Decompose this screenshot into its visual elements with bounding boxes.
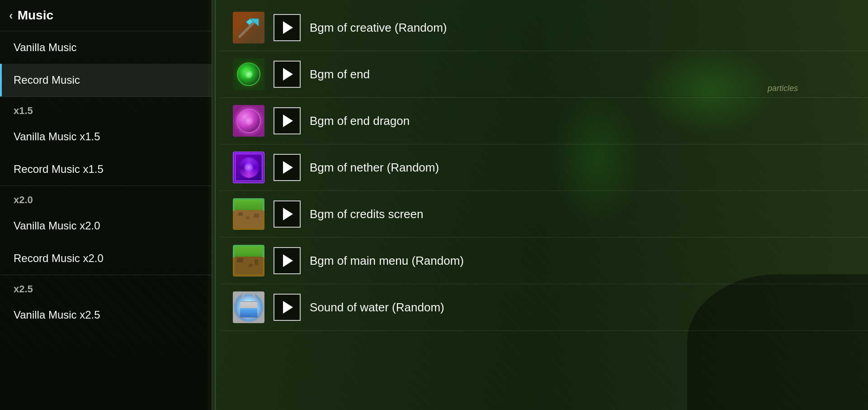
item-label: Bgm of end xyxy=(310,67,370,81)
sidebar-item-record-music-x15[interactable]: Record Music x1.5 xyxy=(0,153,212,186)
list-item[interactable]: Bgm of creative (Random) xyxy=(219,5,868,51)
sidebar-item-label: Vanilla Music xyxy=(14,41,77,53)
sidebar-item-vanilla-music-x25[interactable]: Vanilla Music x2.5 xyxy=(0,299,212,331)
sidebar-item-label: Record Music x1.5 xyxy=(14,163,104,175)
item-label: Bgm of credits screen xyxy=(310,207,423,221)
sidebar: ‹ Music Vanilla Music Record Music x1.5 … xyxy=(0,0,212,410)
sidebar-item-label: Record Music xyxy=(14,74,80,86)
sidebar-item-label: Record Music x2.0 xyxy=(14,252,104,264)
play-button-credits[interactable] xyxy=(274,200,301,228)
item-icon-nether xyxy=(233,152,264,183)
sidebar-item-vanilla-music-x15[interactable]: Vanilla Music x1.5 xyxy=(0,120,212,153)
sidebar-category-x15: x1.5 xyxy=(0,97,212,120)
play-button-nether[interactable] xyxy=(274,154,301,181)
sidebar-item-label: Vanilla Music x1.5 xyxy=(14,130,100,143)
item-label: Bgm of creative (Random) xyxy=(310,21,447,35)
sidebar-category-x25: x2.5 xyxy=(0,275,212,299)
sidebar-item-vanilla-music-x20[interactable]: Vanilla Music x2.0 xyxy=(0,210,212,242)
item-label: Bgm of end dragon xyxy=(310,114,410,128)
back-chevron-icon: ‹ xyxy=(9,9,13,23)
sidebar-item-label: Vanilla Music x2.5 xyxy=(14,309,100,321)
play-icon xyxy=(283,161,293,174)
list-item[interactable]: Bgm of end xyxy=(219,51,868,98)
list-item[interactable]: Bgm of credits screen xyxy=(219,191,868,238)
play-icon xyxy=(283,254,293,267)
list-item[interactable]: Bgm of nether (Random) xyxy=(219,144,868,191)
play-button-main-menu[interactable] xyxy=(274,247,301,274)
play-button-end[interactable] xyxy=(274,61,301,88)
back-button-label: Music xyxy=(18,8,53,23)
sidebar-item-label: Vanilla Music x2.0 xyxy=(14,219,100,232)
item-icon-end-dragon xyxy=(233,105,264,137)
list-item[interactable]: Bgm of main menu (Random) xyxy=(219,238,868,284)
play-icon xyxy=(283,21,293,34)
list-item[interactable]: Sound of water (Random) xyxy=(219,284,868,331)
sidebar-item-record-music-x20[interactable]: Record Music x2.0 xyxy=(0,242,212,275)
sidebar-item-vanilla-music[interactable]: Vanilla Music xyxy=(0,31,212,64)
play-button-end-dragon[interactable] xyxy=(274,107,301,134)
play-button-water[interactable] xyxy=(274,294,301,321)
item-icon-creative xyxy=(233,12,264,43)
item-label: Bgm of nether (Random) xyxy=(310,161,439,175)
back-button[interactable]: ‹ Music xyxy=(0,0,212,31)
item-icon-water xyxy=(233,291,264,323)
list-item[interactable]: Bgm of end dragon xyxy=(219,98,868,144)
item-icon-end xyxy=(233,58,264,90)
sidebar-category-x20: x2.0 xyxy=(0,186,212,210)
item-icon-main-menu xyxy=(233,245,264,277)
play-icon xyxy=(283,208,293,220)
vertical-divider xyxy=(215,0,216,410)
play-icon xyxy=(283,114,293,127)
play-icon xyxy=(283,68,293,81)
item-label: Bgm of main menu (Random) xyxy=(310,254,464,268)
play-button-creative[interactable] xyxy=(274,14,301,41)
sidebar-item-record-music[interactable]: Record Music xyxy=(0,64,212,96)
item-icon-credits xyxy=(233,198,264,230)
music-list: Bgm of creative (Random) Bgm of end Bgm … xyxy=(219,0,868,410)
item-label: Sound of water (Random) xyxy=(310,300,444,315)
play-icon xyxy=(283,301,293,314)
